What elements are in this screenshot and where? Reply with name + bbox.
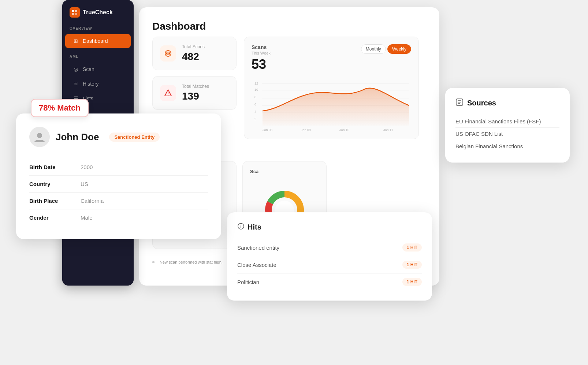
svg-point-37 [37, 133, 42, 138]
scans-subtitle: This Week [252, 51, 271, 55]
sanctioned-badge: Sanctioned Entity [109, 133, 160, 142]
scans-chart-header: Scans This Week 53 Monthly Weekly [252, 44, 411, 72]
logo: TrueCheck [62, 7, 134, 26]
activity-dot [152, 261, 155, 263]
svg-rect-3 [75, 13, 77, 15]
svg-text:Jan 10: Jan 10 [339, 128, 349, 132]
svg-rect-2 [72, 13, 74, 15]
hit-row-0: Sanctioned entity 1 HIT [237, 239, 422, 256]
hit-label-1: Close Associate [237, 262, 276, 268]
profile-row-birthplace: Birth Place California [29, 193, 208, 209]
match-badge: 78% Match [31, 99, 89, 117]
sources-card: Sources EU Financial Sanctions Files (FS… [445, 88, 570, 163]
sidebar-item-scan[interactable]: ◎ Scan [65, 62, 131, 76]
hits-card: Hits Sanctioned entity 1 HIT Close Assoc… [227, 212, 432, 301]
hits-header: Hits [237, 223, 422, 232]
sources-icon [455, 98, 464, 108]
svg-text:12: 12 [254, 82, 258, 85]
svg-text:Jan 09: Jan 09 [301, 128, 311, 132]
profile-table: Birth Date 2000 Country US Birth Place C… [29, 159, 208, 226]
svg-text:2: 2 [254, 117, 256, 121]
sources-header: Sources [455, 98, 559, 108]
sidebar-item-scan-label: Scan [83, 66, 94, 72]
svg-point-6 [168, 53, 169, 54]
sidebar-item-history[interactable]: ≋ History [65, 77, 131, 91]
profile-key-birthplace: Birth Place [29, 198, 81, 204]
scans-chart-card: Scans This Week 53 Monthly Weekly 12 10 … [244, 37, 419, 139]
matches-icon [160, 85, 176, 101]
sidebar-item-history-label: History [83, 81, 99, 87]
total-scans-value: 482 [182, 51, 205, 63]
logo-text: TrueCheck [83, 9, 113, 16]
hit-row-1: Close Associate 1 HIT [237, 256, 422, 273]
scans-title: Scans [252, 44, 271, 50]
hits-title: Hits [248, 223, 261, 231]
total-matches-label: Total Matches [182, 84, 209, 89]
profile-row-country: Country US [29, 176, 208, 193]
sidebar-item-dashboard-label: Dashboard [83, 38, 108, 44]
hits-icon [237, 223, 245, 232]
source-item-1: US OFAC SDN List [455, 128, 559, 140]
activity-text: New scan performed with stat high. [160, 260, 223, 264]
total-matches-info: Total Matches 139 [182, 84, 209, 102]
logo-icon [70, 7, 80, 18]
total-scans-label: Total Scans [182, 44, 205, 49]
overview-label: OVERVIEW [62, 26, 134, 33]
profile-val-birthdate: 2000 [81, 164, 93, 170]
profile-key-gender: Gender [29, 215, 81, 221]
hit-label-0: Sanctioned entity [237, 245, 279, 251]
scans-chart-svg: 12 10 8 6 4 2 [252, 78, 412, 133]
page-title: Dashboard [152, 21, 426, 32]
scan-icon: ◎ [72, 66, 79, 72]
source-item-2: Belgian Financial Sanctions [455, 140, 559, 152]
stat-cards: Total Scans 482 Total Matches 139 [152, 37, 237, 110]
profile-key-country: Country [29, 181, 81, 187]
sidebar-item-dashboard[interactable]: ⊞ Dashboard [65, 34, 131, 48]
chart-toggle: Monthly Weekly [361, 44, 411, 54]
avatar [29, 127, 50, 147]
scans-number: 53 [252, 57, 271, 72]
monthly-toggle[interactable]: Monthly [361, 44, 386, 54]
hit-badge-0: 1 HIT [402, 243, 422, 252]
hit-badge-1: 1 HIT [402, 261, 422, 269]
scans-icon [160, 45, 176, 62]
aml-label: AML [62, 49, 134, 62]
scans-info: Scans This Week 53 [252, 44, 271, 72]
total-scans-info: Total Scans 482 [182, 44, 205, 63]
svg-rect-0 [72, 10, 74, 12]
profile-row-birthdate: Birth Date 2000 [29, 159, 208, 176]
svg-text:Jan 08: Jan 08 [263, 128, 272, 132]
svg-text:4: 4 [254, 110, 256, 113]
profile-key-birthdate: Birth Date [29, 164, 81, 170]
sources-title: Sources [467, 99, 496, 107]
scan-second-title: Sca [250, 169, 319, 174]
svg-text:10: 10 [254, 88, 258, 92]
total-matches-card: Total Matches 139 [152, 76, 237, 110]
profile-header: John Doe Sanctioned Entity [29, 127, 208, 147]
svg-text:Jan 11: Jan 11 [383, 128, 393, 132]
chart-container: 12 10 8 6 4 2 [252, 78, 411, 134]
profile-val-gender: Male [81, 215, 93, 221]
svg-text:6: 6 [254, 103, 256, 106]
match-text: 78% Match [39, 103, 81, 112]
history-icon: ≋ [72, 81, 79, 87]
total-scans-card: Total Scans 482 [152, 37, 237, 70]
hit-badge-2: 1 HIT [402, 278, 422, 286]
profile-val-country: US [81, 181, 88, 187]
profile-val-birthplace: California [81, 198, 104, 204]
svg-point-9 [168, 95, 168, 96]
total-matches-value: 139 [182, 90, 209, 102]
hit-row-2: Politician 1 HIT [237, 273, 422, 290]
source-item-0: EU Financial Sanctions Files (FSF) [455, 115, 559, 128]
svg-rect-1 [75, 10, 77, 12]
hit-label-2: Politician [237, 279, 259, 285]
weekly-toggle[interactable]: Weekly [387, 44, 411, 54]
svg-text:8: 8 [254, 95, 256, 99]
profile-card: John Doe Sanctioned Entity Birth Date 20… [16, 113, 221, 239]
profile-row-gender: Gender Male [29, 209, 208, 226]
profile-name: John Doe [56, 131, 99, 143]
dashboard-icon: ⊞ [72, 38, 79, 44]
